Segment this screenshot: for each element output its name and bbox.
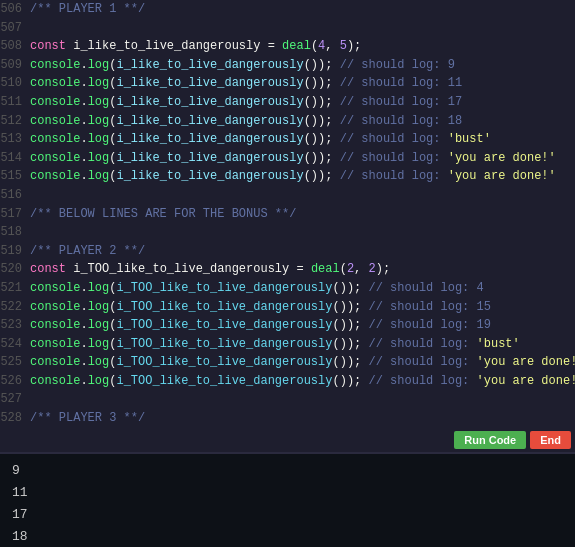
line-code: const i_like_to_live_dangerously = deal(… [30,37,571,56]
line-code: /** PLAYER 2 **/ [30,242,571,261]
code-editor[interactable]: 506/** PLAYER 1 **/507508const i_like_to… [0,0,575,428]
line-number: 507 [0,19,30,38]
end-button[interactable]: End [530,431,571,449]
code-line: 521console.log(i_TOO_like_to_live_danger… [0,279,575,298]
code-line: 506/** PLAYER 1 **/ [0,0,575,19]
line-code: const i_TOO_like_to_live_dangerously = d… [30,260,571,279]
line-number: 514 [0,149,30,168]
line-number: 522 [0,298,30,317]
line-code: console.log(i_like_to_live_dangerously()… [30,74,571,93]
line-code: console.log(i_TOO_like_to_live_dangerous… [30,372,575,391]
code-line: 517/** BELOW LINES ARE FOR THE BONUS **/ [0,205,575,224]
line-number: 517 [0,205,30,224]
line-number: 521 [0,279,30,298]
code-line: 508const i_like_to_live_dangerously = de… [0,37,575,56]
line-number: 523 [0,316,30,335]
code-line: 511console.log(i_like_to_live_dangerousl… [0,93,575,112]
editor-pane: 506/** PLAYER 1 **/507508const i_like_to… [0,0,575,452]
line-code: console.log(i_TOO_like_to_live_dangerous… [30,335,571,354]
line-number: 516 [0,186,30,205]
output-line: 17 [12,504,563,526]
code-line: 525console.log(i_TOO_like_to_live_danger… [0,353,575,372]
code-line: 507 [0,19,575,38]
code-line: 518 [0,223,575,242]
line-number: 528 [0,409,30,428]
code-line: 522console.log(i_TOO_like_to_live_danger… [0,298,575,317]
line-number: 515 [0,167,30,186]
code-line: 526console.log(i_TOO_like_to_live_danger… [0,372,575,391]
line-code: console.log(i_like_to_live_dangerously()… [30,112,571,131]
line-code: /** PLAYER 1 **/ [30,0,571,19]
line-code: console.log(i_like_to_live_dangerously()… [30,167,571,186]
line-number: 506 [0,0,30,19]
line-number: 520 [0,260,30,279]
line-number: 524 [0,335,30,354]
line-number: 508 [0,37,30,56]
output-line: 18 [12,526,563,547]
line-number: 512 [0,112,30,131]
code-line: 524console.log(i_TOO_like_to_live_danger… [0,335,575,354]
code-line: 512console.log(i_like_to_live_dangerousl… [0,112,575,131]
line-code: /** BELOW LINES ARE FOR THE BONUS **/ [30,205,571,224]
line-number: 513 [0,130,30,149]
code-line: 520const i_TOO_like_to_live_dangerously … [0,260,575,279]
code-line: 513console.log(i_like_to_live_dangerousl… [0,130,575,149]
run-code-button[interactable]: Run Code [454,431,526,449]
line-number: 525 [0,353,30,372]
output-line: 11 [12,482,563,504]
line-number: 526 [0,372,30,391]
code-line: 514console.log(i_like_to_live_dangerousl… [0,149,575,168]
line-code: console.log(i_like_to_live_dangerously()… [30,56,571,75]
line-code: console.log(i_like_to_live_dangerously()… [30,149,571,168]
code-line: 509console.log(i_like_to_live_dangerousl… [0,56,575,75]
line-number: 510 [0,74,30,93]
line-number: 509 [0,56,30,75]
code-line: 516 [0,186,575,205]
code-line: 523console.log(i_TOO_like_to_live_danger… [0,316,575,335]
code-line: 515console.log(i_like_to_live_dangerousl… [0,167,575,186]
line-code: console.log(i_TOO_like_to_live_dangerous… [30,279,571,298]
line-number: 527 [0,390,30,409]
line-number: 511 [0,93,30,112]
line-code: console.log(i_TOO_like_to_live_dangerous… [30,316,571,335]
line-code: /** PLAYER 3 **/ [30,409,571,428]
output-pane: 9111718'bust''you are done!''you are don… [0,454,575,547]
line-code: console.log(i_TOO_like_to_live_dangerous… [30,353,575,372]
line-code: console.log(i_like_to_live_dangerously()… [30,130,571,149]
output-line: 9 [12,460,563,482]
line-code: console.log(i_like_to_live_dangerously()… [30,93,571,112]
line-code: console.log(i_TOO_like_to_live_dangerous… [30,298,571,317]
line-number: 518 [0,223,30,242]
code-line: 527 [0,390,575,409]
code-line: 510console.log(i_like_to_live_dangerousl… [0,74,575,93]
code-line: 519/** PLAYER 2 **/ [0,242,575,261]
line-number: 519 [0,242,30,261]
code-line: 528/** PLAYER 3 **/ [0,409,575,428]
